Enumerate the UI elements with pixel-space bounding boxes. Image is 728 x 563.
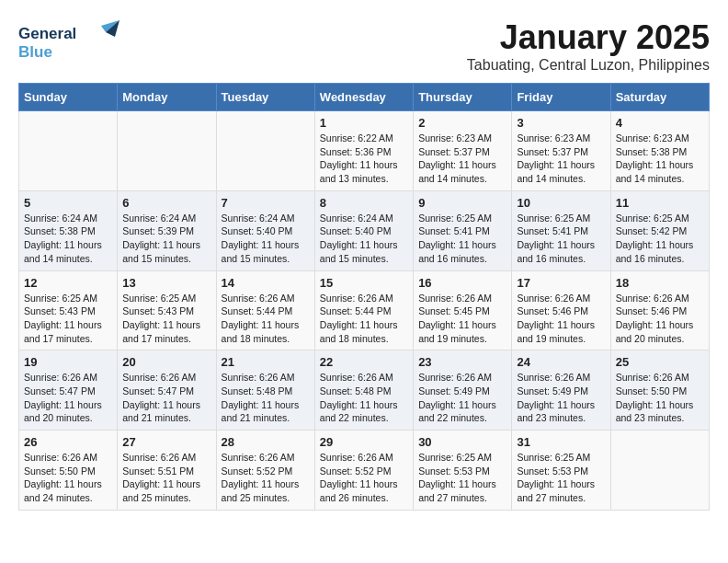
calendar-cell: 5Sunrise: 6:24 AMSunset: 5:38 PMDaylight… — [19, 190, 118, 270]
calendar-cell — [610, 431, 709, 511]
day-number: 2 — [418, 116, 506, 130]
day-number: 26 — [24, 435, 112, 449]
calendar-cell: 11Sunrise: 6:25 AMSunset: 5:42 PMDayligh… — [610, 190, 709, 270]
calendar-cell: 8Sunrise: 6:24 AMSunset: 5:40 PMDaylight… — [314, 190, 413, 270]
day-number: 4 — [616, 116, 704, 130]
svg-text:Blue: Blue — [18, 43, 52, 61]
day-info: Sunrise: 6:24 AMSunset: 5:40 PMDaylight:… — [222, 212, 310, 266]
day-info: Sunrise: 6:26 AMSunset: 5:51 PMDaylight:… — [122, 451, 210, 505]
calendar-cell: 18Sunrise: 6:26 AMSunset: 5:46 PMDayligh… — [610, 270, 709, 350]
day-info: Sunrise: 6:26 AMSunset: 5:48 PMDaylight:… — [222, 371, 310, 425]
day-info: Sunrise: 6:26 AMSunset: 5:52 PMDaylight:… — [222, 451, 310, 505]
day-number: 25 — [616, 355, 704, 369]
day-number: 22 — [320, 355, 408, 369]
day-info: Sunrise: 6:25 AMSunset: 5:41 PMDaylight:… — [418, 212, 506, 266]
day-info: Sunrise: 6:25 AMSunset: 5:43 PMDaylight:… — [24, 292, 112, 346]
day-info: Sunrise: 6:22 AMSunset: 5:36 PMDaylight:… — [320, 132, 408, 186]
day-info: Sunrise: 6:25 AMSunset: 5:41 PMDaylight:… — [517, 212, 605, 266]
calendar-cell: 3Sunrise: 6:23 AMSunset: 5:37 PMDaylight… — [512, 111, 610, 191]
title-block: January 2025 Tabuating, Central Luzon, P… — [467, 18, 710, 74]
day-number: 8 — [320, 196, 408, 210]
day-info: Sunrise: 6:26 AMSunset: 5:49 PMDaylight:… — [517, 371, 605, 425]
day-number: 30 — [418, 435, 506, 449]
calendar-cell: 25Sunrise: 6:26 AMSunset: 5:50 PMDayligh… — [610, 350, 709, 431]
day-info: Sunrise: 6:26 AMSunset: 5:47 PMDaylight:… — [24, 371, 112, 425]
calendar-cell: 31Sunrise: 6:25 AMSunset: 5:53 PMDayligh… — [512, 431, 610, 511]
calendar-table: SundayMondayTuesdayWednesdayThursdayFrid… — [18, 83, 710, 511]
day-info: Sunrise: 6:23 AMSunset: 5:38 PMDaylight:… — [616, 132, 704, 186]
day-number: 11 — [616, 196, 704, 210]
day-info: Sunrise: 6:26 AMSunset: 5:50 PMDaylight:… — [616, 371, 704, 425]
day-info: Sunrise: 6:25 AMSunset: 5:43 PMDaylight:… — [122, 292, 210, 346]
calendar-cell — [19, 111, 118, 191]
calendar-cell: 21Sunrise: 6:26 AMSunset: 5:48 PMDayligh… — [216, 350, 314, 431]
weekday-header-monday: Monday — [118, 84, 216, 111]
calendar-cell — [118, 111, 216, 191]
calendar-week-row: 26Sunrise: 6:26 AMSunset: 5:50 PMDayligh… — [19, 431, 710, 511]
weekday-header-sunday: Sunday — [19, 84, 118, 111]
day-number: 29 — [320, 435, 408, 449]
day-number: 23 — [418, 355, 506, 369]
day-number: 6 — [122, 196, 210, 210]
weekday-header-tuesday: Tuesday — [216, 84, 314, 111]
calendar-cell: 30Sunrise: 6:25 AMSunset: 5:53 PMDayligh… — [414, 431, 512, 511]
day-number: 19 — [24, 355, 112, 369]
calendar-cell: 9Sunrise: 6:25 AMSunset: 5:41 PMDaylight… — [414, 190, 512, 270]
calendar-cell: 24Sunrise: 6:26 AMSunset: 5:49 PMDayligh… — [512, 350, 610, 431]
day-info: Sunrise: 6:23 AMSunset: 5:37 PMDaylight:… — [517, 132, 605, 186]
day-number: 15 — [320, 276, 408, 290]
calendar-week-row: 5Sunrise: 6:24 AMSunset: 5:38 PMDaylight… — [19, 190, 710, 270]
calendar-cell: 27Sunrise: 6:26 AMSunset: 5:51 PMDayligh… — [118, 431, 216, 511]
weekday-header-thursday: Thursday — [414, 84, 512, 111]
day-info: Sunrise: 6:26 AMSunset: 5:47 PMDaylight:… — [122, 371, 210, 425]
day-number: 28 — [222, 435, 310, 449]
logo-svg: General Blue — [18, 18, 119, 64]
weekday-header-wednesday: Wednesday — [314, 84, 413, 111]
svg-text:General: General — [18, 25, 76, 42]
day-info: Sunrise: 6:25 AMSunset: 5:53 PMDaylight:… — [418, 451, 506, 505]
calendar-cell: 23Sunrise: 6:26 AMSunset: 5:49 PMDayligh… — [414, 350, 512, 431]
page-header: General Blue January 2025 Tabuating, Cen… — [18, 18, 710, 74]
day-info: Sunrise: 6:24 AMSunset: 5:39 PMDaylight:… — [122, 212, 210, 266]
calendar-cell: 14Sunrise: 6:26 AMSunset: 5:44 PMDayligh… — [216, 270, 314, 350]
day-info: Sunrise: 6:25 AMSunset: 5:42 PMDaylight:… — [616, 212, 704, 266]
month-title: January 2025 — [467, 18, 710, 57]
calendar-week-row: 19Sunrise: 6:26 AMSunset: 5:47 PMDayligh… — [19, 350, 710, 431]
day-number: 18 — [616, 276, 704, 290]
day-number: 21 — [222, 355, 310, 369]
logo-text-block: General Blue — [18, 18, 119, 68]
calendar-cell: 4Sunrise: 6:23 AMSunset: 5:38 PMDaylight… — [610, 111, 709, 191]
calendar-cell: 22Sunrise: 6:26 AMSunset: 5:48 PMDayligh… — [314, 350, 413, 431]
logo: General Blue — [18, 18, 119, 68]
day-number: 27 — [122, 435, 210, 449]
calendar-cell: 10Sunrise: 6:25 AMSunset: 5:41 PMDayligh… — [512, 190, 610, 270]
calendar-cell: 28Sunrise: 6:26 AMSunset: 5:52 PMDayligh… — [216, 431, 314, 511]
day-info: Sunrise: 6:26 AMSunset: 5:44 PMDaylight:… — [222, 292, 310, 346]
day-number: 3 — [517, 116, 605, 130]
calendar-cell: 1Sunrise: 6:22 AMSunset: 5:36 PMDaylight… — [314, 111, 413, 191]
weekday-header-friday: Friday — [512, 84, 610, 111]
day-info: Sunrise: 6:26 AMSunset: 5:48 PMDaylight:… — [320, 371, 408, 425]
calendar-cell — [216, 111, 314, 191]
day-info: Sunrise: 6:24 AMSunset: 5:38 PMDaylight:… — [24, 212, 112, 266]
day-number: 1 — [320, 116, 408, 130]
day-info: Sunrise: 6:26 AMSunset: 5:44 PMDaylight:… — [320, 292, 408, 346]
day-number: 13 — [122, 276, 210, 290]
calendar-week-row: 1Sunrise: 6:22 AMSunset: 5:36 PMDaylight… — [19, 111, 710, 191]
calendar-cell: 20Sunrise: 6:26 AMSunset: 5:47 PMDayligh… — [118, 350, 216, 431]
day-info: Sunrise: 6:25 AMSunset: 5:53 PMDaylight:… — [517, 451, 605, 505]
calendar-week-row: 12Sunrise: 6:25 AMSunset: 5:43 PMDayligh… — [19, 270, 710, 350]
day-info: Sunrise: 6:23 AMSunset: 5:37 PMDaylight:… — [418, 132, 506, 186]
day-info: Sunrise: 6:26 AMSunset: 5:46 PMDaylight:… — [616, 292, 704, 346]
day-number: 16 — [418, 276, 506, 290]
day-info: Sunrise: 6:26 AMSunset: 5:45 PMDaylight:… — [418, 292, 506, 346]
weekday-header-row: SundayMondayTuesdayWednesdayThursdayFrid… — [19, 84, 710, 111]
day-info: Sunrise: 6:26 AMSunset: 5:46 PMDaylight:… — [517, 292, 605, 346]
day-number: 9 — [418, 196, 506, 210]
day-number: 17 — [517, 276, 605, 290]
calendar-cell: 17Sunrise: 6:26 AMSunset: 5:46 PMDayligh… — [512, 270, 610, 350]
day-number: 24 — [517, 355, 605, 369]
day-number: 7 — [222, 196, 310, 210]
day-number: 10 — [517, 196, 605, 210]
calendar-cell: 2Sunrise: 6:23 AMSunset: 5:37 PMDaylight… — [414, 111, 512, 191]
